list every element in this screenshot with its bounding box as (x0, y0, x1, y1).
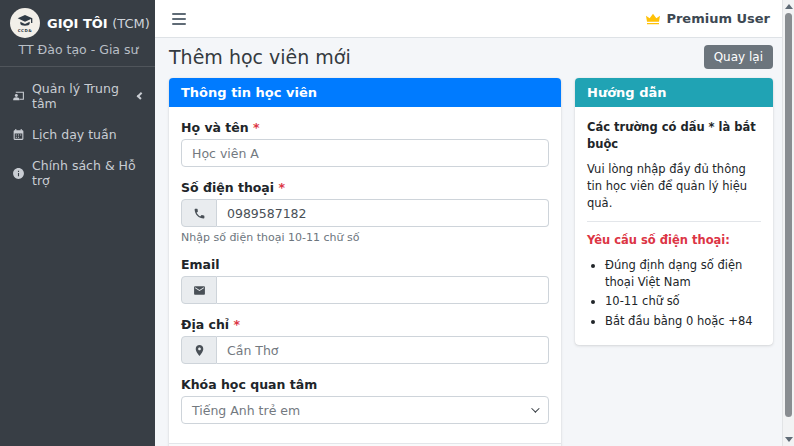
course-field-group: Khóa học quan tâm Tiếng Anh trẻ em (181, 377, 549, 424)
course-select-value: Tiếng Anh trẻ em (192, 403, 300, 418)
brand-title-suffix: (TCM) (112, 16, 150, 31)
guide-requirement-item: Bắt đầu bằng 0 hoặc +84 (605, 313, 761, 330)
page-header: Thêm học viên mới Quay lại (169, 45, 773, 69)
student-info-card-header: Thông tin học viên (169, 78, 561, 107)
name-input[interactable] (181, 139, 549, 167)
chevron-left-icon (136, 92, 144, 100)
info-circle-icon (12, 167, 25, 180)
map-marker-icon (181, 336, 217, 364)
address-input[interactable] (217, 336, 549, 364)
name-label: Họ và tên * (181, 120, 549, 135)
sidebar-item-label: Quản lý Trung tâm (32, 81, 131, 111)
scroll-down-arrow-icon[interactable] (785, 437, 793, 442)
vertical-scrollbar[interactable] (782, 0, 794, 446)
guide-phone-requirements-title: Yêu cầu số điện thoại: (587, 232, 761, 249)
page-title: Thêm học viên mới (169, 46, 351, 68)
sidebar-item-label: Lịch dạy tuần (32, 127, 117, 142)
guide-card-header: Hướng dẫn (575, 78, 773, 107)
course-select[interactable]: Tiếng Anh trẻ em (181, 396, 549, 424)
email-field-group: Email (181, 257, 549, 304)
address-label: Địa chỉ * (181, 317, 549, 332)
student-info-card-body: Họ và tên * Số điện thoại * Nh (169, 107, 561, 443)
sidebar-item-policy-support[interactable]: Chính sách & Hỗ trợ (0, 150, 155, 196)
premium-user-label: Premium User (666, 11, 770, 26)
envelope-icon (181, 276, 217, 304)
chevron-down-icon (531, 404, 539, 412)
phone-hint: Nhập số điện thoại 10-11 chữ số (181, 231, 549, 244)
calendar-icon (12, 128, 25, 141)
scroll-up-arrow-icon[interactable] (785, 4, 793, 9)
guide-requirement-item: Đúng định dạng số điện thoại Việt Nam (605, 257, 761, 290)
required-asterisk: * (278, 180, 285, 195)
phone-icon (181, 199, 217, 227)
brand-subtitle: TT Đào tạo - Gia sư (10, 42, 147, 57)
divider (587, 221, 761, 222)
email-input[interactable] (217, 276, 549, 304)
sidebar-item-weekly-schedule[interactable]: Lịch dạy tuần (0, 119, 155, 150)
phone-input[interactable] (217, 199, 549, 227)
course-label: Khóa học quan tâm (181, 377, 549, 392)
premium-user-badge: Premium User (645, 11, 770, 27)
brand: CCD& GIỌI TÔI (TCM) TT Đào tạo - Gia sư (0, 0, 155, 67)
guide-phone-requirements-list: Đúng định dạng số điện thoại Việt Nam 10… (587, 257, 761, 330)
sidebar-nav: Quản lý Trung tâm Lịch dạy tuần Chính sá… (0, 67, 155, 202)
brand-title: GIỌI TÔI (TCM) (47, 16, 150, 31)
brand-logo-text: CCD& (18, 29, 33, 33)
page-content: Thêm học viên mới Quay lại Thông tin học… (155, 38, 794, 446)
guide-card: Hướng dẫn Các trường có dấu * là bắt buộ… (575, 78, 773, 345)
sidebar-item-label: Chính sách & Hỗ trợ (32, 158, 143, 188)
guide-required-note: Các trường có dấu * là bắt buộc (587, 119, 761, 152)
main-area: Premium User Thêm học viên mới Quay lại … (155, 0, 794, 446)
app-window: CCD& GIỌI TÔI (TCM) TT Đào tạo - Gia sư … (0, 0, 794, 446)
scrollbar-thumb[interactable] (785, 13, 792, 417)
sidebar: CCD& GIỌI TÔI (TCM) TT Đào tạo - Gia sư … (0, 0, 155, 446)
crown-icon (645, 11, 661, 27)
student-info-card: Thông tin học viên Họ và tên * Số điện t… (169, 78, 561, 446)
address-field-group: Địa chỉ * (181, 317, 549, 364)
topbar: Premium User (155, 0, 794, 38)
sidebar-item-center-management[interactable]: Quản lý Trung tâm (0, 73, 155, 119)
hamburger-menu-icon[interactable] (170, 9, 188, 29)
guide-card-body: Các trường có dấu * là bắt buộc Vui lòng… (575, 107, 773, 345)
required-asterisk: * (253, 120, 260, 135)
phone-field-group: Số điện thoại * Nhập số điện thoại 10-11… (181, 180, 549, 244)
email-label: Email (181, 257, 549, 272)
name-field-group: Họ và tên * (181, 120, 549, 167)
phone-label: Số điện thoại * (181, 180, 549, 195)
back-button[interactable]: Quay lại (704, 45, 773, 69)
guide-description: Vui lòng nhập đầy đủ thông tin học viên … (587, 161, 761, 211)
required-asterisk: * (234, 317, 241, 332)
guide-requirement-item: 10-11 chữ số (605, 293, 761, 310)
chalkboard-teacher-icon (12, 90, 25, 103)
brand-logo-graduation-cap-icon: CCD& (10, 8, 40, 38)
